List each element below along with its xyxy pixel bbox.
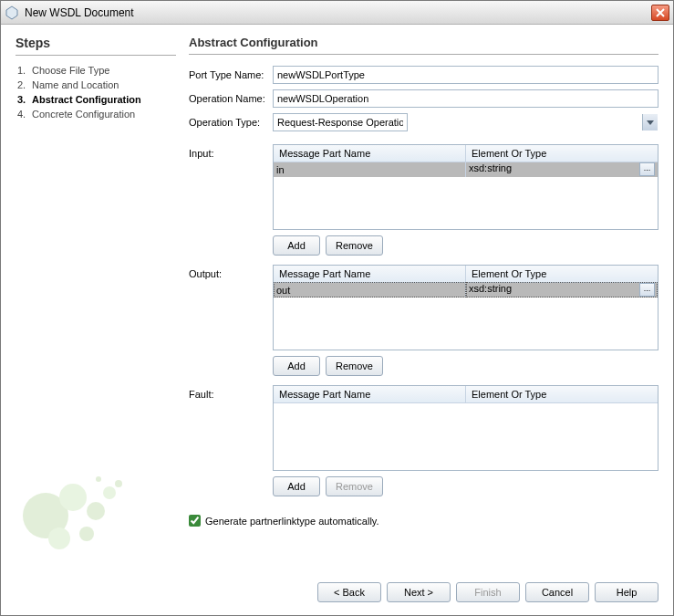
table-header[interactable]: Message Part Name (274, 266, 466, 282)
main-panel: Abstract Configuration Port Type Name: O… (189, 36, 658, 562)
fault-label: Fault: (189, 385, 273, 496)
dialog-window: New WSDL Document Steps 1.Choose File Ty… (0, 0, 674, 616)
port-type-label: Port Type Name: (189, 69, 273, 80)
close-icon (656, 8, 665, 17)
generate-partnerlink-checkbox[interactable] (189, 515, 201, 527)
main-title: Abstract Configuration (189, 36, 658, 55)
step-item: 4.Concrete Configuration (17, 109, 176, 120)
step-item: 2.Name and Location (17, 79, 176, 90)
dialog-body: Steps 1.Choose File Type 2.Name and Loca… (1, 25, 673, 573)
remove-button: Remove (326, 476, 383, 496)
next-button[interactable]: Next > (387, 582, 451, 602)
step-item: 1.Choose File Type (17, 65, 176, 76)
chevron-down-icon (642, 114, 658, 131)
table-row[interactable]: out xsd:string... (274, 282, 658, 298)
titlebar-title: New WSDL Document (25, 6, 651, 19)
sidebar-title: Steps (16, 36, 176, 56)
input-table[interactable]: Message Part Name Element Or Type in xsd… (273, 144, 658, 230)
add-button[interactable]: Add (273, 476, 320, 496)
remove-button[interactable]: Remove (326, 356, 383, 376)
close-button[interactable] (651, 5, 669, 21)
input-label: Input: (189, 144, 273, 256)
add-button[interactable]: Add (273, 235, 320, 256)
fault-table[interactable]: Message Part Name Element Or Type (273, 385, 658, 471)
browse-button[interactable]: ... (639, 162, 655, 176)
table-header[interactable]: Element Or Type (466, 386, 658, 402)
table-header[interactable]: Message Part Name (274, 386, 466, 402)
app-icon (5, 5, 19, 20)
table-header[interactable]: Element Or Type (466, 145, 658, 162)
table-header[interactable]: Message Part Name (274, 145, 466, 162)
finish-button: Finish (456, 582, 520, 602)
titlebar: New WSDL Document (1, 1, 673, 25)
operation-name-label: Operation Name: (189, 93, 273, 104)
add-button[interactable]: Add (273, 356, 320, 376)
footer: < Back Next > Finish Cancel Help (1, 573, 673, 615)
generate-partnerlink-label: Generate partnerlinktype automatically. (205, 516, 379, 527)
help-button[interactable]: Help (595, 582, 658, 602)
sidebar: Steps 1.Choose File Type 2.Name and Loca… (16, 36, 176, 562)
output-table[interactable]: Message Part Name Element Or Type out xs… (273, 265, 658, 350)
operation-type-select[interactable] (273, 113, 408, 131)
cancel-button[interactable]: Cancel (525, 582, 589, 602)
port-type-input[interactable] (273, 66, 658, 84)
back-button[interactable]: < Back (317, 582, 381, 602)
steps-list: 1.Choose File Type 2.Name and Location 3… (16, 65, 176, 120)
operation-type-label: Operation Type: (189, 117, 273, 128)
output-label: Output: (189, 265, 273, 376)
browse-button[interactable]: ... (639, 283, 655, 297)
table-row[interactable]: in xsd:string... (274, 162, 658, 177)
table-header[interactable]: Element Or Type (466, 266, 658, 282)
remove-button[interactable]: Remove (326, 235, 383, 256)
step-item-current: 3.Abstract Configuration (17, 94, 176, 105)
operation-name-input[interactable] (273, 89, 658, 108)
svg-marker-0 (6, 6, 17, 19)
